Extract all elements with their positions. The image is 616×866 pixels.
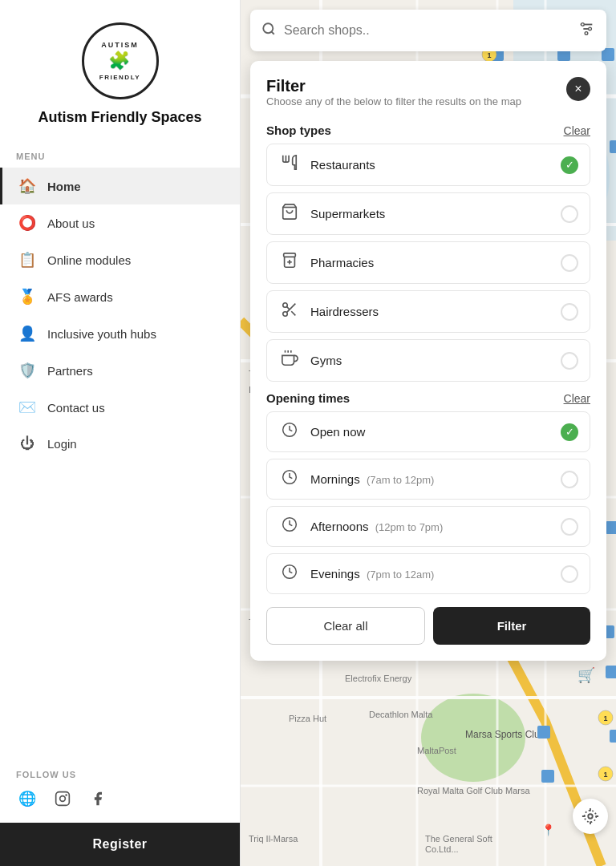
sidebar-item-modules[interactable]: 📋 Online modules [0,241,240,278]
filter-option-mornings[interactable]: Mornings (7am to 12pm) [266,459,590,500]
clear-all-button[interactable]: Clear all [266,607,425,645]
restaurants-checkbox[interactable]: ✓ [561,156,578,174]
awards-icon: 🏅 [18,288,36,306]
opening-times-clear-button[interactable]: Clear [564,392,590,405]
follow-label: FOLLOW US [16,770,224,779]
gyms-checkbox[interactable] [561,352,578,370]
svg-text:Royal Malta Golf Club: Royal Malta Golf Club [417,786,503,795]
restaurants-icon [278,154,301,176]
sidebar-item-label: Inclusive youth hubs [47,327,156,341]
close-icon: × [574,82,582,96]
sidebar-item-login[interactable]: ⏻ Login [0,426,240,462]
sidebar-item-label: About us [47,216,95,230]
svg-text:1: 1 [603,771,607,779]
logo-text-friendly: FRIENDLY [99,74,140,82]
svg-text:Marsa: Marsa [505,786,530,795]
evenings-checkbox[interactable] [561,565,578,583]
svg-text:🛒: 🛒 [578,666,596,684]
facebook-icon[interactable] [87,787,109,810]
search-input[interactable] [284,23,578,38]
sidebar-item-label: Login [47,437,77,451]
svg-text:Triq Il-Marsa: Triq Il-Marsa [249,834,298,844]
mornings-checkbox[interactable] [561,471,578,488]
globe-icon[interactable]: 🌐 [16,787,38,810]
svg-rect-0 [56,792,70,806]
filter-option-open-now[interactable]: Open now ✓ [266,411,590,452]
sidebar-item-about[interactable]: ⭕ About us [0,204,240,241]
sidebar-item-contact[interactable]: ✉️ Contact us [0,389,240,426]
svg-line-87 [286,306,290,310]
filter-icon[interactable] [578,20,595,42]
about-icon: ⭕ [18,214,36,232]
sidebar-item-awards[interactable]: 🏅 AFS awards [0,278,240,315]
svg-point-71 [263,23,273,33]
filter-option-pharmacies[interactable]: Pharmacies [266,241,590,284]
search-icon [261,22,276,40]
search-bar [250,10,606,51]
sidebar-item-youth[interactable]: 👤 Inclusive youth hubs [0,315,240,352]
svg-text:Co.Ltd...: Co.Ltd... [425,844,459,854]
afternoons-icon [278,516,301,536]
evenings-label: Evenings (7pm to 12am) [310,567,434,581]
filter-option-restaurants[interactable]: Restaurants ✓ [266,144,590,186]
restaurants-label: Restaurants [310,158,375,172]
svg-rect-52 [541,770,554,783]
logo-text-autism: AUTISM [101,41,139,50]
svg-text:MaltaPost: MaltaPost [417,746,456,755]
sidebar-item-label: Home [47,180,81,193]
svg-point-1 [60,796,66,802]
svg-rect-43 [610,140,616,153]
filter-close-button[interactable]: × [566,77,590,101]
svg-point-2 [65,794,67,796]
pharmacies-checkbox[interactable] [561,254,578,272]
sidebar-item-label: Contact us [47,401,105,415]
svg-rect-49 [606,666,616,678]
svg-point-84 [283,312,288,317]
sidebar-item-label: Partners [47,364,93,378]
sidebar-item-home[interactable]: 🏠 Home [0,168,240,204]
mornings-label: Mornings (7am to 12pm) [310,472,434,486]
filter-option-gyms[interactable]: Gyms [266,339,590,382]
register-button[interactable]: Register [0,823,240,866]
filter-option-afternoons[interactable]: Afternoons (12pm to 7pm) [266,506,590,547]
filter-actions: Clear all Filter [266,607,590,645]
partners-icon: 🛡️ [18,362,36,379]
apply-filter-button[interactable]: Filter [433,607,590,645]
svg-text:Electrofix Energy: Electrofix Energy [345,674,412,683]
supermarkets-checkbox[interactable] [561,205,578,223]
svg-text:1: 1 [487,51,491,59]
sidebar-nav: 🏠 Home ⭕ About us 📋 Online modules 🏅 AFS… [0,168,240,757]
sidebar-item-partners[interactable]: 🛡️ Partners [0,352,240,389]
modules-icon: 📋 [18,251,36,269]
filter-option-evenings[interactable]: Evenings (7pm to 12am) [266,553,590,594]
svg-point-96 [585,811,597,823]
logo-circle: AUTISM 🧩 FRIENDLY [82,22,159,99]
home-icon: 🏠 [18,177,36,195]
shop-types-clear-button[interactable]: Clear [564,124,590,137]
hairdressers-icon [278,301,301,322]
afternoons-detail: (12pm to 7pm) [375,521,444,533]
sidebar-item-label: Online modules [47,253,131,267]
filter-option-hairdressers[interactable]: Hairdressers [266,290,590,333]
afternoons-checkbox[interactable] [561,518,578,536]
svg-text:1: 1 [603,714,607,722]
gyms-icon [278,350,301,371]
mornings-icon [278,469,301,489]
logo-area: AUTISM 🧩 FRIENDLY Autism Friendly Spaces [0,0,240,139]
hairdressers-checkbox[interactable] [561,303,578,321]
svg-text:📍: 📍 [541,824,556,837]
login-icon: ⏻ [18,435,36,452]
open-now-checkbox[interactable]: ✓ [561,423,578,441]
instagram-icon[interactable] [51,787,74,810]
svg-rect-50 [537,726,550,739]
supermarkets-icon [278,203,301,225]
menu-label: MENU [0,139,240,168]
logo-puzzle-icon: 🧩 [108,51,131,71]
svg-rect-51 [610,730,616,743]
location-button[interactable] [573,799,608,834]
shop-types-header: Shop types Clear [266,123,590,137]
filter-option-supermarkets[interactable]: Supermarkets [266,192,590,235]
svg-point-95 [588,814,593,819]
sidebar-item-label: AFS awards [47,290,113,304]
pharmacies-label: Pharmacies [310,256,374,269]
